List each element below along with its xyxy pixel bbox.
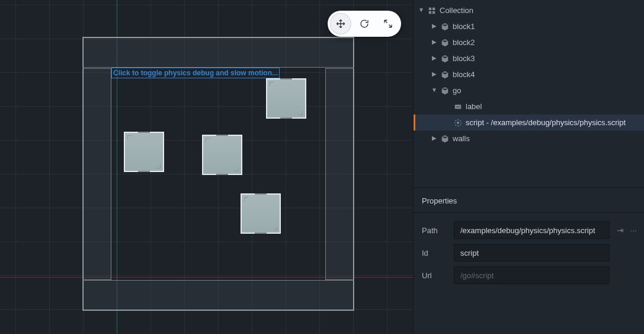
- wall-bottom[interactable]: [82, 280, 354, 311]
- expand-icon[interactable]: [431, 23, 437, 29]
- block3-sprite[interactable]: [266, 78, 306, 119]
- outline-label: block4: [453, 70, 475, 79]
- more-options-button[interactable]: ···: [629, 225, 638, 235]
- properties-header: Properties: [414, 188, 644, 212]
- outline-label: label: [466, 102, 482, 111]
- cube-icon: [441, 55, 449, 63]
- outline-node-block2[interactable]: block2: [414, 34, 644, 50]
- svg-rect-0: [429, 7, 431, 9]
- outline-node-walls[interactable]: walls: [414, 131, 644, 147]
- debug-label-overlay[interactable]: Click to toggle physics debug and slow m…: [111, 68, 280, 78]
- cube-icon: [441, 135, 449, 143]
- property-row-path: Path /examples/debug/physics/physics.scr…: [414, 219, 644, 241]
- outline-label: block2: [453, 38, 475, 47]
- wall-left[interactable]: [82, 68, 111, 280]
- scale-icon: [383, 18, 393, 29]
- outline-label: script - /examples/debug/physics/physics…: [466, 118, 626, 127]
- outline-label: walls: [453, 134, 470, 143]
- scene-viewport[interactable]: Click to toggle physics debug and slow m…: [0, 0, 413, 334]
- move-icon: [335, 18, 346, 29]
- rotate-icon: [359, 18, 370, 29]
- block4-sprite[interactable]: [241, 193, 281, 234]
- path-input[interactable]: /examples/debug/physics/physics.script: [454, 221, 610, 239]
- expand-icon[interactable]: [418, 7, 424, 13]
- outline-node-block1[interactable]: block1: [414, 18, 644, 34]
- expand-icon[interactable]: [431, 55, 437, 61]
- property-label: Path: [422, 226, 448, 235]
- outline-label: go: [453, 86, 461, 95]
- outline-node-go[interactable]: go: [414, 82, 644, 98]
- cube-icon: [441, 23, 449, 31]
- cube-icon: [441, 87, 449, 95]
- move-tool-button[interactable]: [330, 13, 351, 34]
- label-icon: [454, 103, 462, 111]
- url-input[interactable]: /go#script: [454, 266, 610, 284]
- expand-icon[interactable]: [431, 39, 437, 45]
- outline-node-label[interactable]: label: [414, 98, 644, 114]
- block1-sprite[interactable]: [124, 132, 164, 172]
- block2-sprite[interactable]: [202, 135, 242, 175]
- right-panel: Collection block1 block2 block3 block4 g…: [413, 0, 644, 334]
- cube-icon: [441, 71, 449, 79]
- svg-rect-3: [432, 11, 435, 13]
- outline-node-collection[interactable]: Collection: [414, 2, 644, 18]
- expand-icon[interactable]: [431, 87, 437, 93]
- id-input[interactable]: script: [454, 244, 610, 262]
- scene-bounds: Click to toggle physics debug and slow m…: [83, 37, 354, 310]
- outline-node-script[interactable]: script - /examples/debug/physics/physics…: [414, 114, 644, 131]
- outline-label: block3: [453, 54, 475, 63]
- expand-icon[interactable]: [431, 135, 437, 141]
- property-label: Url: [422, 271, 448, 280]
- wall-right[interactable]: [325, 68, 354, 280]
- property-row-url: Url /go#script ⇥···: [414, 264, 644, 287]
- collection-icon: [428, 7, 436, 15]
- wall-top[interactable]: [82, 37, 354, 68]
- outline-tree: Collection block1 block2 block3 block4 g…: [414, 0, 644, 152]
- outline-node-block3[interactable]: block3: [414, 50, 644, 66]
- gear-icon: [454, 119, 462, 127]
- rotate-tool-button[interactable]: [354, 13, 375, 34]
- svg-rect-2: [429, 11, 431, 13]
- svg-rect-1: [432, 7, 435, 9]
- scale-tool-button[interactable]: [377, 13, 399, 34]
- outline-label: Collection: [440, 6, 473, 15]
- svg-point-5: [457, 122, 459, 124]
- property-label: Id: [422, 249, 448, 257]
- cube-icon: [441, 39, 449, 47]
- goto-resource-button[interactable]: ⇥: [616, 225, 625, 235]
- expand-icon[interactable]: [431, 71, 437, 77]
- viewport-toolbar: [328, 11, 401, 37]
- property-row-id: Id script ⇥···: [414, 241, 644, 264]
- outline-label: block1: [453, 22, 475, 31]
- outline-node-block4[interactable]: block4: [414, 66, 644, 82]
